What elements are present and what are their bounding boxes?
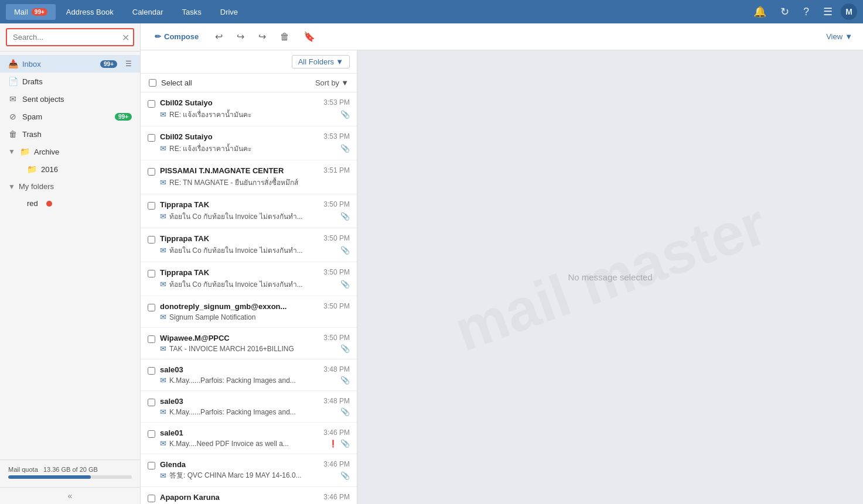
email-content-10: sale01 3:46 PM ✉ K.May....Need PDF Invoi… xyxy=(160,428,350,448)
email-checkbox-11[interactable] xyxy=(148,462,155,469)
email-subject-5: ท้อยใน Co กับท้อยใน Invoice ไม่ตรงกันทำ.… xyxy=(169,279,337,290)
nav-tab-calendar[interactable]: Calendar xyxy=(124,4,172,20)
email-preview-7: ✉ TAK - INVOICE MARCH 2016+BILLING 📎 xyxy=(160,344,350,353)
archive-collapse-icon[interactable]: ▼ xyxy=(8,148,15,156)
folder-spam[interactable]: ⊘ Spam 99+ xyxy=(0,108,140,125)
email-list-item[interactable]: Apaporn Karuna 3:46 PM ✉ รูปคอม 📎 xyxy=(141,487,357,504)
email-checkbox-8[interactable] xyxy=(148,367,155,375)
mail-tab-label: Mail xyxy=(14,8,28,16)
help-icon[interactable]: ? xyxy=(797,2,815,22)
email-checkbox-10[interactable] xyxy=(148,430,155,438)
email-list-item[interactable]: Wipawee.M@PPCC 3:50 PM ✉ TAK - INVOICE M… xyxy=(141,328,357,359)
folder-red[interactable]: red xyxy=(21,195,140,212)
all-folders-dropdown[interactable]: All Folders ▼ xyxy=(292,55,350,68)
email-checkbox-2[interactable] xyxy=(148,168,155,176)
nav-tab-mail[interactable]: Mail 99+ xyxy=(6,4,56,20)
email-subject-6: Signum Sample Notification xyxy=(169,313,350,321)
attachment-icon: 📎 xyxy=(340,376,350,385)
email-sender-11: Glenda 3:46 PM xyxy=(160,460,350,469)
email-list-item[interactable]: donotreply_signum_gmb@exxon... 3:50 PM ✉… xyxy=(141,296,357,328)
select-all-label[interactable]: Select all xyxy=(161,78,192,87)
email-checkbox-0[interactable] xyxy=(148,100,155,108)
email-subject-2: RE: TN MAGNATE - ยืนยันการสั่งซื้อหมึกส์ xyxy=(169,177,350,188)
email-content-12: Apaporn Karuna 3:46 PM ✉ รูปคอม 📎 xyxy=(160,493,350,504)
search-input[interactable] xyxy=(6,28,134,46)
sort-by-chevron: ▼ xyxy=(341,78,349,87)
folder-inbox[interactable]: 📥 Inbox 99+ ☰ xyxy=(0,55,140,73)
my-folders-header[interactable]: ▼ My folders xyxy=(0,178,140,195)
compose-button[interactable]: ✏ Compose xyxy=(146,28,207,45)
email-checkbox-4[interactable] xyxy=(148,236,155,244)
email-sender-3: Tipprapa TAK 3:50 PM xyxy=(160,200,350,209)
folder-archive[interactable]: ▼ 📁 Archive xyxy=(0,143,140,160)
email-subject-10: K.May....Need PDF Invoice as well a... xyxy=(169,440,326,448)
email-list-item[interactable]: sale03 3:48 PM ✉ K.May......Parfois: Pac… xyxy=(141,359,357,391)
email-list-item[interactable]: Tipprapa TAK 3:50 PM ✉ ท้อยใน Co กับท้อย… xyxy=(141,194,357,228)
my-folders-collapse-icon[interactable]: ▼ xyxy=(8,183,15,191)
calendar-label: Calendar xyxy=(132,8,163,16)
email-checkbox-12[interactable] xyxy=(148,495,155,502)
email-checkbox-3[interactable] xyxy=(148,202,155,210)
email-checkbox-6[interactable] xyxy=(148,304,155,311)
folder-sent[interactable]: ✉ Sent objects xyxy=(0,90,140,108)
email-list-item[interactable]: PISSAMAI T.N.MAGNATE CENTER 3:51 PM ✉ RE… xyxy=(141,160,357,194)
email-type-icon-1: ✉ xyxy=(160,144,166,153)
email-subject-0: RE: แจ้งเรื่องราคาน้ำมันคะ xyxy=(169,109,337,120)
menu-icon[interactable]: ☰ xyxy=(817,2,838,22)
nav-tab-address-book[interactable]: Address Book xyxy=(58,4,122,20)
email-type-icon-9: ✉ xyxy=(160,407,166,416)
email-list-item[interactable]: Cbil02 Sutaiyo 3:53 PM ✉ RE: แจ้งเรื่องร… xyxy=(141,126,357,160)
email-list-item[interactable]: Cbil02 Sutaiyo 3:53 PM ✉ RE: แจ้งเรื่องร… xyxy=(141,92,357,126)
view-button[interactable]: View ▼ xyxy=(821,30,857,43)
content-area: ✏ Compose ↩ ↪ ↪ 🗑 🔖 View ▼ All Folders xyxy=(141,23,863,504)
inbox-label: Inbox xyxy=(22,60,41,68)
email-checkbox-7[interactable] xyxy=(148,335,155,343)
archive-label: Archive xyxy=(34,148,59,156)
email-checkbox-5[interactable] xyxy=(148,270,155,277)
email-sender-9: sale03 3:48 PM xyxy=(160,397,350,406)
search-clear-icon[interactable]: ✕ xyxy=(122,32,129,43)
account-icon[interactable]: M xyxy=(841,4,857,20)
nav-tab-drive[interactable]: Drive xyxy=(212,4,246,20)
sidebar-collapse-btn[interactable]: « xyxy=(0,487,140,504)
quota-label-text: Mail quota xyxy=(8,466,38,473)
email-subject-3: ท้อยใน Co กับท้อยใน Invoice ไม่ตรงกันทำ.… xyxy=(169,211,337,222)
drafts-label: Drafts xyxy=(22,77,43,86)
bookmark-button[interactable]: 🔖 xyxy=(298,27,321,46)
email-subject-1: RE: แจ้งเรื่องราคาน้ำมันคะ xyxy=(169,143,337,154)
archive-icon: 📁 xyxy=(20,147,29,156)
folder-trash[interactable]: 🗑 Trash xyxy=(0,125,140,143)
email-content-4: Tipprapa TAK 3:50 PM ✉ ท้อยใน Co กับท้อย… xyxy=(160,234,350,256)
email-preview-3: ✉ ท้อยใน Co กับท้อยใน Invoice ไม่ตรงกันท… xyxy=(160,211,350,222)
notification-icon[interactable]: 🔔 xyxy=(748,2,772,22)
my-folders-list: red xyxy=(0,195,140,212)
folder-2016[interactable]: 📁 2016 xyxy=(21,160,140,178)
email-list-item[interactable]: Glenda 3:46 PM ✉ 答复: QVC CHINA Marc 19 M… xyxy=(141,454,357,487)
email-list-item[interactable]: Tipprapa TAK 3:50 PM ✉ ท้อยใน Co กับท้อย… xyxy=(141,262,357,296)
refresh-icon[interactable]: ↻ xyxy=(775,2,795,22)
email-checkbox-1[interactable] xyxy=(148,134,155,142)
forward-button[interactable]: ↪ xyxy=(253,27,272,46)
email-list-item[interactable]: sale01 3:46 PM ✉ K.May....Need PDF Invoi… xyxy=(141,423,357,454)
inbox-menu-icon[interactable]: ☰ xyxy=(125,60,132,68)
email-sender-0: Cbil02 Sutaiyo 3:53 PM xyxy=(160,98,350,107)
delete-button[interactable]: 🗑 xyxy=(274,28,295,46)
folder-drafts[interactable]: 📄 Drafts xyxy=(0,73,140,90)
reply-all-button[interactable]: ↪ xyxy=(231,27,250,46)
email-content-5: Tipprapa TAK 3:50 PM ✉ ท้อยใน Co กับท้อย… xyxy=(160,268,350,290)
mail-quota: Mail quota 13.36 GB of 20 GB xyxy=(0,460,140,487)
reply-button[interactable]: ↩ xyxy=(209,27,228,46)
sort-by-button[interactable]: Sort by ▼ xyxy=(315,78,349,87)
mail-badge: 99+ xyxy=(32,8,47,16)
nav-tab-tasks[interactable]: Tasks xyxy=(174,4,210,20)
select-all-checkbox[interactable] xyxy=(149,79,156,87)
attachment-icon: 📎 xyxy=(340,110,350,119)
email-checkbox-9[interactable] xyxy=(148,399,155,406)
sent-label: Sent objects xyxy=(22,95,64,104)
email-content-8: sale03 3:48 PM ✉ K.May......Parfois: Pac… xyxy=(160,365,350,385)
compose-icon: ✏ xyxy=(155,32,161,41)
email-content-3: Tipprapa TAK 3:50 PM ✉ ท้อยใน Co กับท้อย… xyxy=(160,200,350,222)
email-list-item[interactable]: Tipprapa TAK 3:50 PM ✉ ท้อยใน Co กับท้อย… xyxy=(141,228,357,262)
tasks-label: Tasks xyxy=(182,8,202,16)
email-list-item[interactable]: sale03 3:48 PM ✉ K.May......Parfois: Pac… xyxy=(141,391,357,423)
